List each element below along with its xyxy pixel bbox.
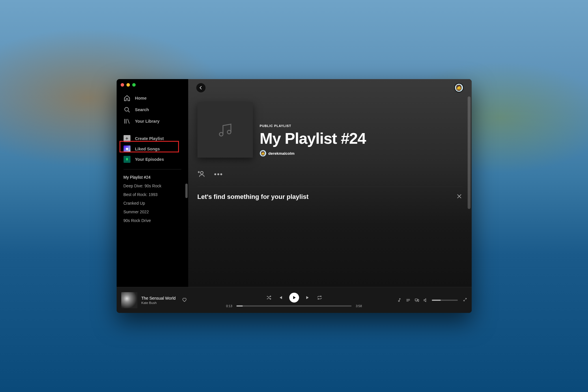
repeat-button[interactable] bbox=[317, 295, 322, 300]
volume-bar[interactable] bbox=[432, 300, 458, 301]
lyrics-button[interactable] bbox=[397, 298, 402, 303]
nav-search-label: Search bbox=[135, 107, 149, 112]
minimize-window-button[interactable] bbox=[126, 83, 130, 87]
plus-icon: + bbox=[124, 135, 130, 142]
search-icon bbox=[124, 106, 130, 113]
topbar: 🧔 bbox=[188, 79, 472, 96]
playlist-item[interactable]: Best of Rock: 1993 bbox=[124, 190, 181, 199]
close-window-button[interactable] bbox=[121, 83, 124, 87]
library-icon bbox=[124, 118, 130, 125]
svg-rect-16 bbox=[418, 299, 419, 301]
queue-button[interactable] bbox=[406, 298, 410, 303]
fullscreen-button[interactable] bbox=[463, 298, 467, 303]
play-button[interactable] bbox=[289, 293, 299, 303]
nav-library[interactable]: Your Library bbox=[120, 115, 185, 127]
playlist-title[interactable]: My Playlist #24 bbox=[260, 129, 366, 147]
window-controls bbox=[121, 83, 136, 87]
create-playlist-button[interactable]: + Create Playlist bbox=[120, 133, 185, 144]
svg-point-4 bbox=[219, 132, 223, 136]
create-playlist-label: Create Playlist bbox=[135, 136, 164, 141]
now-playing-bar: The Sensual World Kate Bush bbox=[117, 287, 472, 313]
playlist-header: PUBLIC PLAYLIST My Playlist #24 🧔 derekm… bbox=[188, 96, 472, 165]
playlist-item[interactable]: My Playlist #24 bbox=[124, 173, 181, 182]
find-songs-prompt: Let's find something for your playlist bbox=[197, 193, 462, 201]
playlist-owner[interactable]: 🧔 derekmalcolm bbox=[260, 150, 366, 156]
home-icon bbox=[124, 95, 130, 102]
duration-time: 3:58 bbox=[354, 304, 363, 308]
user-avatar[interactable]: 🧔 bbox=[454, 83, 464, 92]
svg-rect-15 bbox=[415, 299, 417, 301]
playlist-item[interactable]: Deep Dive: 90s Rock bbox=[124, 182, 181, 190]
next-button[interactable] bbox=[305, 295, 311, 300]
volume-button[interactable] bbox=[423, 298, 428, 303]
nav-library-label: Your Library bbox=[135, 119, 160, 124]
more-options-button[interactable]: ••• bbox=[214, 170, 223, 178]
nav-home-label: Home bbox=[135, 96, 147, 100]
volume-fill bbox=[432, 300, 441, 301]
content-scrollbar[interactable] bbox=[468, 96, 471, 209]
back-button[interactable] bbox=[196, 83, 206, 92]
nav-search[interactable]: Search bbox=[120, 104, 185, 115]
elapsed-time: 0:13 bbox=[225, 304, 234, 308]
owner-avatar-icon: 🧔 bbox=[260, 150, 266, 156]
app-window: Home Search Your Library + bbox=[117, 79, 472, 313]
nav-home[interactable]: Home bbox=[120, 92, 185, 104]
svg-point-11 bbox=[398, 300, 400, 301]
playlist-actions: ••• bbox=[188, 165, 472, 186]
progress-bar[interactable] bbox=[236, 305, 352, 307]
heart-icon bbox=[124, 145, 130, 152]
invite-collaborators-button[interactable] bbox=[197, 170, 206, 179]
music-note-icon bbox=[216, 121, 234, 139]
close-find-button[interactable] bbox=[456, 193, 462, 201]
playlist-cover[interactable] bbox=[197, 102, 253, 158]
now-playing-artist[interactable]: Kate Bush bbox=[141, 301, 176, 305]
playlist-type-tag: PUBLIC PLAYLIST bbox=[260, 124, 366, 128]
devices-button[interactable] bbox=[415, 298, 419, 303]
avatar-icon: 🧔 bbox=[455, 84, 462, 91]
svg-line-1 bbox=[128, 111, 130, 112]
your-episodes-button[interactable]: Your Episodes bbox=[120, 154, 185, 165]
sidebar-divider bbox=[124, 169, 181, 169]
playlist-list[interactable]: My Playlist #24 Deep Dive: 90s Rock Best… bbox=[117, 171, 188, 287]
playlist-item[interactable]: Summer 2022 bbox=[124, 208, 181, 216]
svg-point-5 bbox=[227, 130, 231, 134]
progress-fill bbox=[236, 305, 243, 307]
your-episodes-label: Your Episodes bbox=[135, 157, 164, 162]
now-playing-track[interactable]: The Sensual World bbox=[141, 296, 176, 300]
main-content: 🧔 PUBLIC PLAYLIST My Playlist #24 🧔 dere… bbox=[188, 79, 472, 287]
svg-point-0 bbox=[125, 107, 128, 111]
now-playing-artwork[interactable] bbox=[121, 292, 137, 308]
sidebar-scrollbar[interactable] bbox=[185, 184, 188, 198]
previous-button[interactable] bbox=[278, 295, 283, 300]
liked-songs-label: Liked Songs bbox=[135, 147, 160, 151]
maximize-window-button[interactable] bbox=[132, 83, 136, 87]
shuffle-button[interactable] bbox=[266, 295, 271, 300]
svg-point-6 bbox=[200, 171, 203, 174]
liked-songs-button[interactable]: Liked Songs bbox=[120, 144, 185, 154]
bookmark-icon bbox=[124, 156, 130, 163]
owner-name: derekmalcolm bbox=[268, 151, 295, 156]
playlist-item[interactable]: Cranked Up bbox=[124, 199, 181, 208]
sidebar: Home Search Your Library + bbox=[117, 79, 188, 287]
like-track-button[interactable] bbox=[182, 297, 187, 303]
playlist-item[interactable]: 90s Rock Drive bbox=[124, 216, 181, 225]
